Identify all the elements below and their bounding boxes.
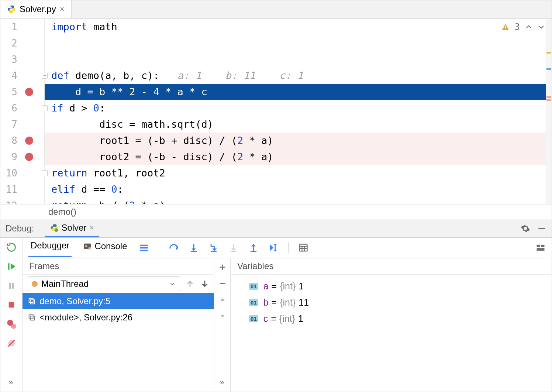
gutter-line[interactable]: 10 − <box>0 165 44 181</box>
breakpoint-icon[interactable] <box>25 88 33 96</box>
breakpoint-slot[interactable] <box>21 88 37 96</box>
view-breakpoints-button[interactable] <box>6 318 17 330</box>
breakpoint-icon[interactable] <box>25 153 33 161</box>
gutter-line[interactable]: 11 <box>0 181 44 197</box>
svg-point-1 <box>12 12 13 13</box>
editor-gutter[interactable]: 1 2 3 4 −5 6 −7 8 9 10 −11 12 <box>0 19 45 204</box>
warning-count: 3 <box>515 22 520 32</box>
next-frame-icon[interactable] <box>200 279 210 289</box>
gutter-line[interactable]: 1 <box>0 19 44 35</box>
breakpoint-slot[interactable] <box>21 153 37 161</box>
frames-pane: Frames MainThread demo, Solver.py:5 <box>23 258 214 392</box>
frame-item[interactable]: demo, Solver.py:5 <box>23 293 214 309</box>
code-line[interactable]: d = b ** 2 - 4 * a * c <box>45 84 552 100</box>
step-out-icon[interactable] <box>248 243 259 253</box>
var-name: a <box>263 281 269 292</box>
variable-row[interactable]: 01 c = {int} 1 <box>249 311 552 327</box>
breadcrumb-bar[interactable]: demo() <box>0 204 552 220</box>
variable-row[interactable]: 01 b = {int} 11 <box>249 295 552 311</box>
scroll-down-icon[interactable] <box>217 311 228 321</box>
more-icon[interactable]: » <box>220 378 225 387</box>
variable-row[interactable]: 01 a = {int} 1 <box>249 278 552 295</box>
code-line[interactable]: if d > 0: <box>45 100 552 116</box>
code-line[interactable] <box>45 35 552 51</box>
layout-settings-icon[interactable] <box>535 243 546 253</box>
stripe-exec-mark[interactable] <box>546 68 551 70</box>
console-icon <box>83 242 92 250</box>
pause-button[interactable] <box>6 280 17 292</box>
close-icon[interactable]: × <box>60 4 65 14</box>
stripe-bp-mark[interactable] <box>546 99 551 101</box>
thread-selector[interactable]: MainThread <box>27 276 180 291</box>
chevron-up-icon[interactable] <box>525 23 532 31</box>
resume-button[interactable] <box>6 261 17 272</box>
error-stripe[interactable] <box>546 19 552 204</box>
line-number: 10 <box>0 168 21 179</box>
close-icon[interactable]: × <box>89 223 94 233</box>
inspections-widget[interactable]: 3 <box>501 22 545 32</box>
run-to-cursor-icon[interactable] <box>268 243 279 253</box>
line-number: 5 <box>0 86 21 97</box>
variables-list[interactable]: 01 a = {int} 101 b = {int} 1101 c = <box>231 275 552 392</box>
code-line[interactable] <box>45 51 552 68</box>
gutter-line[interactable]: 2 <box>0 35 44 51</box>
frames-list[interactable]: demo, Solver.py:5<module>, Solver.py:26 <box>23 293 214 392</box>
mute-breakpoints-button[interactable] <box>6 337 17 349</box>
minimize-icon[interactable] <box>537 224 546 233</box>
more-icon[interactable]: » <box>8 378 14 387</box>
breadcrumb-item[interactable]: demo() <box>48 207 76 217</box>
gear-icon[interactable] <box>521 224 530 233</box>
gutter-line[interactable]: 4 − <box>0 68 44 84</box>
frame-item[interactable]: <module>, Solver.py:26 <box>23 309 214 326</box>
tab-debugger[interactable]: Debugger <box>28 238 72 257</box>
code-line[interactable]: import math <box>45 19 552 35</box>
code-line[interactable]: root2 = (-b - disc) / (2 * a) <box>45 149 552 165</box>
line-number: 9 <box>0 151 21 162</box>
breakpoint-icon[interactable] <box>25 137 33 145</box>
add-watch-icon[interactable] <box>217 262 228 272</box>
svg-point-0 <box>10 6 11 7</box>
gutter-line[interactable]: 5 <box>0 84 44 100</box>
code-line[interactable]: def demo(a, b, c): a: 1 b: 11 c: 1 <box>45 68 552 84</box>
tab-console-label: Console <box>94 241 127 251</box>
gutter-line[interactable]: 6 − <box>0 100 44 116</box>
debug-session-tab[interactable]: Solver × <box>45 220 99 237</box>
prev-frame-icon[interactable] <box>185 279 195 289</box>
line-number: 2 <box>0 38 21 49</box>
thread-name: MainThread <box>41 279 89 289</box>
remove-watch-icon[interactable] <box>217 278 228 289</box>
code-editor[interactable]: 1 2 3 4 −5 6 −7 8 9 10 −11 12 <box>0 19 552 204</box>
code-line[interactable]: return -b / (2 * a) <box>45 197 552 204</box>
stop-button[interactable] <box>6 299 17 311</box>
step-into-my-code-icon[interactable] <box>208 243 219 253</box>
debug-toolbar: Debugger Console <box>23 238 552 258</box>
debug-header: Debug: Solver × <box>0 220 552 238</box>
code-line[interactable]: elif d == 0: <box>45 181 552 197</box>
code-line[interactable]: root1 = (-b + disc) / (2 * a) <box>45 133 552 149</box>
gutter-line[interactable]: 7 <box>0 116 44 133</box>
chevron-down-icon[interactable] <box>538 23 545 31</box>
stripe-warning-mark[interactable] <box>546 52 551 54</box>
scroll-up-icon[interactable] <box>217 295 228 305</box>
editor-code-area[interactable]: import mathdef demo(a, b, c): a: 1 b: 11… <box>45 19 552 204</box>
file-tab-solver[interactable]: Solver.py × <box>0 0 72 18</box>
step-into-icon[interactable] <box>189 243 199 253</box>
line-number: 11 <box>0 184 21 195</box>
code-line[interactable]: return root1, root2 <box>45 165 552 181</box>
gutter-line[interactable]: 9 <box>0 149 44 165</box>
gutter-line[interactable]: 8 <box>0 133 44 149</box>
code-line[interactable]: disc = math.sqrt(d) <box>45 116 552 133</box>
rerun-button[interactable] <box>6 241 17 253</box>
svg-marker-54 <box>220 298 225 301</box>
gutter-line[interactable]: 12 <box>0 197 44 204</box>
step-over-icon[interactable] <box>169 243 179 253</box>
debug-title: Debug: <box>6 223 34 234</box>
svg-rect-50 <box>30 316 34 320</box>
stripe-bp-mark[interactable] <box>546 96 551 98</box>
gutter-line[interactable]: 3 <box>0 51 44 68</box>
breakpoint-slot[interactable] <box>21 137 37 145</box>
tab-console[interactable]: Console <box>81 239 129 257</box>
threads-icon[interactable] <box>139 243 149 253</box>
evaluate-expression-icon[interactable] <box>298 243 308 253</box>
var-name: c <box>263 313 268 324</box>
